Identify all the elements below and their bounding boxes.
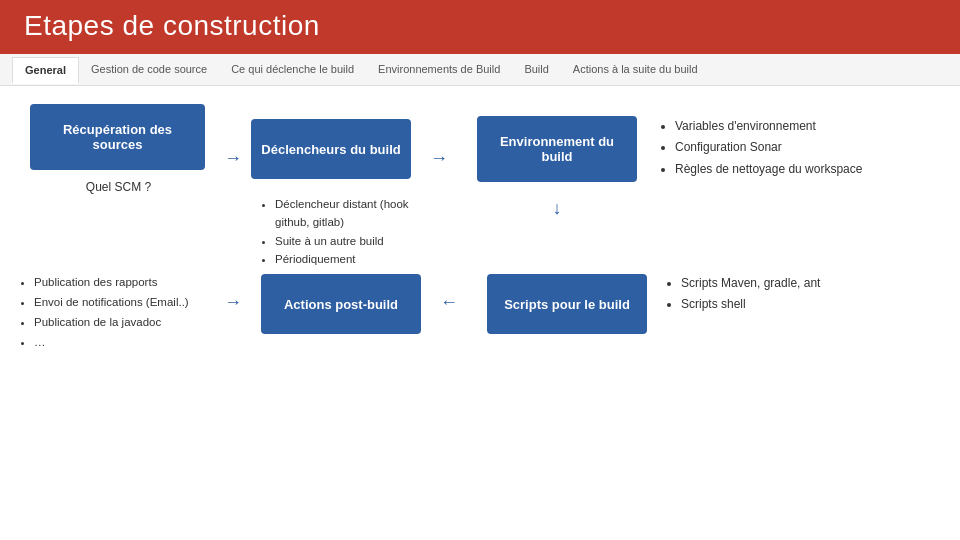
env-bullet-2: Configuration Sonar xyxy=(675,138,940,157)
sub-scm: Quel SCM ? xyxy=(84,180,151,194)
arrow-right-2: → xyxy=(421,148,457,169)
env-bullet-1: Variables d'environnement xyxy=(675,117,940,136)
arrow-right-post: → xyxy=(215,292,251,313)
env-bullets-col: Variables d'environnement Configuration … xyxy=(637,117,940,181)
trigger-bullet-list: Déclencheur distant (hook github, gitlab… xyxy=(261,196,431,269)
tab-general[interactable]: General xyxy=(12,57,79,84)
post-bullet-4: … xyxy=(34,334,215,352)
scripts-bullet-1: Scripts Maven, gradle, ant xyxy=(681,274,940,293)
tab-declenchement[interactable]: Ce qui déclenche le build xyxy=(219,57,366,83)
trigger-bullet-2: Suite à un autre build xyxy=(275,233,431,251)
arrow-left-scripts: ← xyxy=(431,292,467,313)
post-bullet-1: Publication des rapports xyxy=(34,274,215,292)
diagram-bottom-row: Publication des rapports Envoi de notifi… xyxy=(20,274,940,353)
diagram-mid: Déclencheur distant (hook github, gitlab… xyxy=(20,196,940,270)
scripts-bullet-list: Scripts Maven, gradle, ant Scripts shell xyxy=(667,274,940,314)
tab-actions[interactable]: Actions à la suite du build xyxy=(561,57,710,83)
scripts-bullet-2: Scripts shell xyxy=(681,295,940,314)
env-col: Environnement du build xyxy=(477,116,637,182)
arrow-right-1: → xyxy=(215,148,251,169)
post-bullet-3: Publication de la javadoc xyxy=(34,314,215,332)
arrow-down-env: ↓ xyxy=(553,199,562,267)
env-bullet-3: Règles de nettoyage du workspace xyxy=(675,160,940,179)
post-bullet-2: Envoi de notifications (Email..) xyxy=(34,294,215,312)
diagram-top-row: Récupération des sources Quel SCM ? → Dé… xyxy=(20,104,940,194)
box-actions-post-build: Actions post-build xyxy=(261,274,421,334)
box-scripts-wrap: Scripts pour le build xyxy=(487,274,647,334)
post-bullet-list: Publication des rapports Envoi de notifi… xyxy=(20,274,215,351)
box-declencheurs: Déclencheurs du build xyxy=(251,119,411,179)
box-recuperation: Récupération des sources xyxy=(30,104,205,170)
trigger-bullet-3: Périodiquement xyxy=(275,251,431,269)
nav-tabs-bar: General Gestion de code source Ce qui dé… xyxy=(0,54,960,86)
tab-gestion[interactable]: Gestion de code source xyxy=(79,57,219,83)
box-environnement: Environnement du build xyxy=(477,116,637,182)
env-bullet-list: Variables d'environnement Configuration … xyxy=(661,117,940,181)
tab-build[interactable]: Build xyxy=(512,57,560,83)
post-bullets-col: Publication des rapports Envoi de notifi… xyxy=(20,274,215,353)
trigger-bullet-1: Déclencheur distant (hook github, gitlab… xyxy=(275,196,431,232)
box-scripts: Scripts pour le build xyxy=(487,274,647,334)
scripts-bullets-col: Scripts Maven, gradle, ant Scripts shell xyxy=(647,274,940,316)
page-title: Etapes de construction xyxy=(0,0,960,54)
box-post-build-wrap: Actions post-build xyxy=(261,274,431,334)
diagram-area: Récupération des sources Quel SCM ? → Dé… xyxy=(0,86,960,536)
tab-environnements[interactable]: Environnements de Build xyxy=(366,57,512,83)
